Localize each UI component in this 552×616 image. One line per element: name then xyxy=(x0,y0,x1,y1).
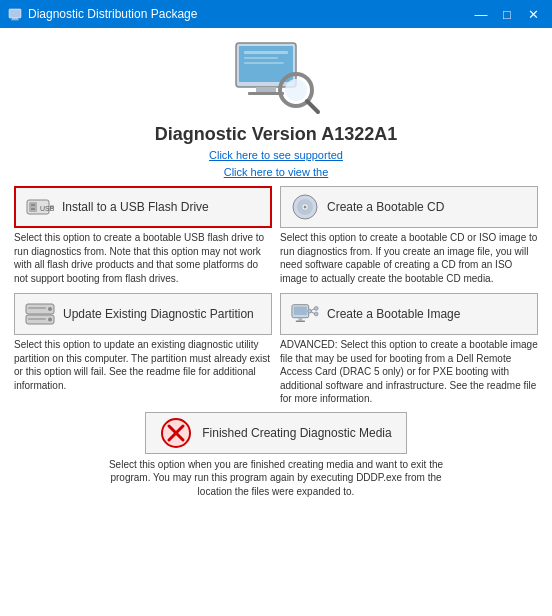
x-icon xyxy=(160,417,192,449)
usb-button[interactable]: USB Install to a USB Flash Drive xyxy=(14,186,272,228)
update-button[interactable]: Update Existing Diagnostic Partition xyxy=(14,293,272,335)
link-view[interactable]: Click here to view the xyxy=(224,164,329,181)
title-bar-controls: — □ ✕ xyxy=(470,4,544,24)
svg-point-37 xyxy=(308,309,312,313)
svg-line-9 xyxy=(307,101,318,112)
svg-rect-11 xyxy=(244,57,278,59)
svg-rect-30 xyxy=(294,307,307,315)
title-bar-text: Diagnostic Distribution Package xyxy=(28,7,197,21)
cd-button[interactable]: Create a Bootable CD xyxy=(280,186,538,228)
app-icon xyxy=(8,7,22,21)
maximize-button[interactable]: □ xyxy=(496,4,518,24)
hero-image xyxy=(226,38,326,118)
main-content: Diagnostic Version A1322A1 Click here to… xyxy=(0,28,552,616)
image-icon xyxy=(291,303,319,325)
cd-desc: Select this option to create a bootable … xyxy=(280,231,538,285)
svg-point-36 xyxy=(314,312,318,316)
image-label: Create a Bootable Image xyxy=(327,307,460,321)
svg-point-35 xyxy=(314,307,318,311)
svg-rect-2 xyxy=(11,20,19,21)
cd-label: Create a Bootable CD xyxy=(327,200,444,214)
image-option-cell: Create a Bootable Image ADVANCED: Select… xyxy=(280,293,538,406)
header-area: Diagnostic Version A1322A1 Click here to… xyxy=(14,38,538,180)
update-option-cell: Update Existing Diagnostic Partition Sel… xyxy=(14,293,272,406)
options-grid: USB Install to a USB Flash Drive Select … xyxy=(14,186,538,406)
svg-text:USB: USB xyxy=(40,205,54,212)
usb-option-cell: USB Install to a USB Flash Drive Select … xyxy=(14,186,272,285)
svg-rect-31 xyxy=(298,318,302,321)
update-label: Update Existing Diagnostic Partition xyxy=(63,307,254,321)
link-supported[interactable]: Click here to see supported xyxy=(209,147,343,164)
diag-version: Diagnostic Version A1322A1 xyxy=(155,124,397,145)
svg-point-25 xyxy=(48,307,52,311)
svg-rect-0 xyxy=(9,9,21,18)
svg-point-8 xyxy=(285,79,307,101)
title-bar: Diagnostic Distribution Package — □ ✕ xyxy=(0,0,552,28)
finished-desc: Select this option when you are finished… xyxy=(96,458,456,499)
svg-rect-16 xyxy=(31,204,35,206)
usb-label: Install to a USB Flash Drive xyxy=(62,200,209,214)
svg-point-22 xyxy=(304,206,307,209)
close-button[interactable]: ✕ xyxy=(522,4,544,24)
hdd-icon xyxy=(25,303,55,325)
svg-rect-10 xyxy=(244,51,288,54)
svg-rect-14 xyxy=(29,202,37,212)
image-button[interactable]: Create a Bootable Image xyxy=(280,293,538,335)
minimize-button[interactable]: — xyxy=(470,4,492,24)
svg-rect-28 xyxy=(28,318,46,320)
usb-desc: Select this option to create a bootable … xyxy=(14,231,272,285)
finished-button[interactable]: Finished Creating Diagnostic Media xyxy=(145,412,406,454)
image-desc: ADVANCED: Select this option to create a… xyxy=(280,338,538,406)
update-desc: Select this option to update an existing… xyxy=(14,338,272,392)
cd-option-cell: Create a Bootable CD Select this option … xyxy=(280,186,538,285)
title-bar-left: Diagnostic Distribution Package xyxy=(8,7,197,21)
svg-rect-5 xyxy=(256,87,276,92)
svg-rect-17 xyxy=(31,208,35,210)
svg-rect-27 xyxy=(28,307,46,309)
usb-icon: USB xyxy=(26,197,54,217)
finished-label: Finished Creating Diagnostic Media xyxy=(202,426,391,440)
svg-rect-12 xyxy=(244,62,284,64)
svg-rect-1 xyxy=(12,18,18,20)
svg-rect-32 xyxy=(296,321,305,322)
svg-point-26 xyxy=(48,318,52,322)
cd-icon xyxy=(291,193,319,221)
finished-row: Finished Creating Diagnostic Media Selec… xyxy=(14,412,538,499)
